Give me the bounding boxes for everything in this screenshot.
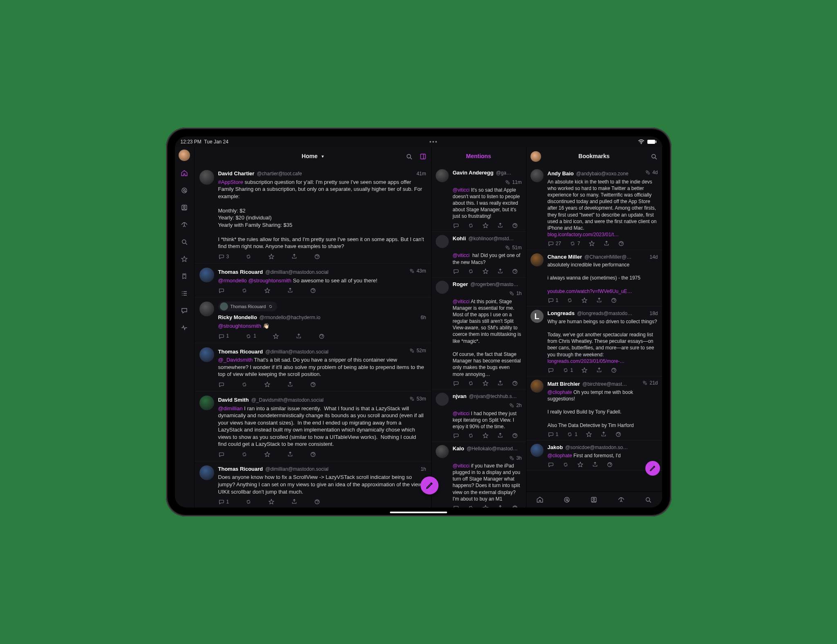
- post-author-name[interactable]: Ricky Mondello: [218, 314, 257, 321]
- link[interactable]: @viticci: [453, 187, 470, 193]
- post-avatar[interactable]: [436, 445, 449, 458]
- post-author-handle[interactable]: @ChanceHMiller@…: [584, 254, 631, 260]
- post[interactable]: L Longreads @longreads@mastodo… 18d Why …: [526, 306, 662, 376]
- link[interactable]: @_Davidsmith: [218, 357, 253, 363]
- boost-button[interactable]: [245, 253, 252, 260]
- post[interactable]: Thomas Ricouard @dimillian@mastodon.soci…: [195, 461, 431, 508]
- post-avatar[interactable]: [530, 444, 544, 457]
- link[interactable]: blog.iconfactory.com/2023/01/t…: [548, 232, 619, 237]
- mentions-feed[interactable]: Gavin Anderegg @ga… 11m @viticci It's so…: [432, 166, 526, 508]
- post-avatar[interactable]: [530, 169, 544, 182]
- header-search-icon[interactable]: [405, 152, 413, 161]
- post[interactable]: Matt Birchler @birchtree@mast… 21d @clio…: [526, 376, 662, 441]
- more-button[interactable]: [606, 461, 613, 468]
- post-avatar[interactable]: [199, 268, 214, 282]
- post-author-handle[interactable]: @dimillian@mastodon.social: [265, 269, 328, 275]
- post-author-handle[interactable]: @_Davidsmith@mastodon.social: [251, 397, 324, 403]
- post-author-handle[interactable]: @Hellokalo@mastod…: [467, 445, 518, 452]
- boost-button[interactable]: 1: [562, 367, 573, 373]
- post[interactable]: njvan @njvan@techhub.s… 2h @viticci I ha…: [432, 389, 526, 442]
- compose-button[interactable]: [421, 476, 439, 494]
- post-author-handle[interactable]: @rmondello@hachyderm.io: [260, 314, 320, 321]
- post-author-name[interactable]: Matt Birchler: [548, 380, 580, 388]
- favorite-button[interactable]: [577, 461, 584, 468]
- boost-button[interactable]: [241, 451, 248, 458]
- reply-button[interactable]: [453, 380, 459, 387]
- bottom-search-icon[interactable]: [645, 496, 652, 503]
- reply-button[interactable]: 1: [548, 297, 559, 304]
- sidebar-search-icon[interactable]: [179, 237, 189, 247]
- post-avatar[interactable]: [199, 347, 214, 362]
- post[interactable]: Thomas Ricouard Ricky Mondello @rmondell…: [195, 297, 431, 343]
- share-button[interactable]: [287, 451, 293, 458]
- share-button[interactable]: [291, 499, 298, 505]
- favorite-button[interactable]: [581, 367, 588, 373]
- more-button[interactable]: [314, 253, 320, 260]
- post-author-name[interactable]: Kohli: [453, 235, 466, 242]
- reply-button[interactable]: [218, 451, 225, 458]
- share-button[interactable]: [592, 461, 598, 468]
- more-button[interactable]: [611, 367, 617, 373]
- mentions-title[interactable]: Mentions: [466, 152, 491, 160]
- post-author-handle[interactable]: @andybaio@xoxo.zone: [576, 170, 629, 177]
- link[interactable]: @stroughtonsmith: [218, 323, 262, 329]
- post-author-name[interactable]: Thomas Ricouard: [218, 465, 263, 473]
- home-feed[interactable]: David Chartier @chartier@toot.cafe 41m #…: [195, 166, 431, 508]
- link[interactable]: @viticci: [453, 411, 470, 416]
- share-button[interactable]: [287, 381, 293, 388]
- share-button[interactable]: [603, 240, 610, 247]
- favorite-button[interactable]: [589, 240, 595, 247]
- post-avatar[interactable]: [436, 393, 449, 406]
- link[interactable]: @rmondello: [218, 277, 247, 284]
- share-button[interactable]: [291, 253, 298, 260]
- post-author-handle[interactable]: @rogerben@masto…: [470, 281, 518, 288]
- post-avatar[interactable]: [199, 396, 214, 410]
- post-author-name[interactable]: njvan: [453, 393, 467, 400]
- post-avatar[interactable]: L: [530, 310, 544, 323]
- boost-button[interactable]: [468, 432, 474, 439]
- post-author-name[interactable]: Longreads: [548, 310, 575, 317]
- post[interactable]: Gavin Anderegg @ga… 11m @viticci It's so…: [432, 166, 526, 232]
- post-avatar[interactable]: [530, 380, 544, 393]
- share-button[interactable]: [596, 297, 602, 304]
- share-button[interactable]: [497, 222, 504, 229]
- home-title[interactable]: Home ▾: [302, 152, 324, 160]
- share-button[interactable]: [596, 367, 602, 373]
- share-button[interactable]: [295, 333, 302, 339]
- bottom-mentions-icon[interactable]: [563, 496, 571, 503]
- post[interactable]: Roger @rogerben@masto… 1h @viticci At th…: [432, 277, 526, 389]
- post[interactable]: Jakob @sonicdoe@mastodon.so… @cliophate …: [526, 441, 662, 471]
- link[interactable]: @cliophate: [548, 453, 572, 458]
- post-author-name[interactable]: Andy Baio: [548, 170, 574, 177]
- favorite-button[interactable]: [482, 505, 489, 508]
- favorite-button[interactable]: [268, 253, 275, 260]
- share-button[interactable]: [287, 287, 293, 294]
- more-button[interactable]: [318, 333, 325, 339]
- bookmarks-avatar[interactable]: [530, 151, 541, 162]
- favorite-button[interactable]: [581, 297, 588, 304]
- post-author-name[interactable]: Thomas Ricouard: [218, 348, 263, 356]
- sidebar-messages-icon[interactable]: [179, 306, 189, 315]
- more-button[interactable]: [310, 451, 316, 458]
- sidebar-bookmarks-icon[interactable]: [179, 271, 189, 281]
- share-button[interactable]: [497, 380, 504, 387]
- link[interactable]: @stroughtonsmith: [248, 277, 291, 284]
- post-author-name[interactable]: Roger: [453, 281, 468, 288]
- link[interactable]: @dimillian: [218, 405, 243, 411]
- bottom-profile-icon[interactable]: [590, 496, 598, 503]
- post-avatar[interactable]: [530, 253, 544, 266]
- favorite-button[interactable]: [586, 431, 592, 438]
- bookmarks-feed[interactable]: Andy Baio @andybaio@xoxo.zone 4d An abso…: [526, 166, 662, 491]
- more-button[interactable]: [310, 287, 316, 294]
- post-author-name[interactable]: David Chartier: [218, 170, 255, 177]
- sidebar-explore-icon[interactable]: [179, 220, 189, 230]
- more-button[interactable]: [512, 380, 518, 387]
- reply-button[interactable]: 1: [218, 499, 229, 505]
- reply-button[interactable]: [453, 505, 459, 508]
- boost-button[interactable]: 1: [245, 333, 256, 339]
- boost-button[interactable]: [468, 222, 474, 229]
- sidebar-home-icon[interactable]: [179, 168, 189, 178]
- favorite-button[interactable]: [264, 451, 271, 458]
- boost-button[interactable]: [241, 381, 248, 388]
- link[interactable]: @viticci: [453, 253, 470, 258]
